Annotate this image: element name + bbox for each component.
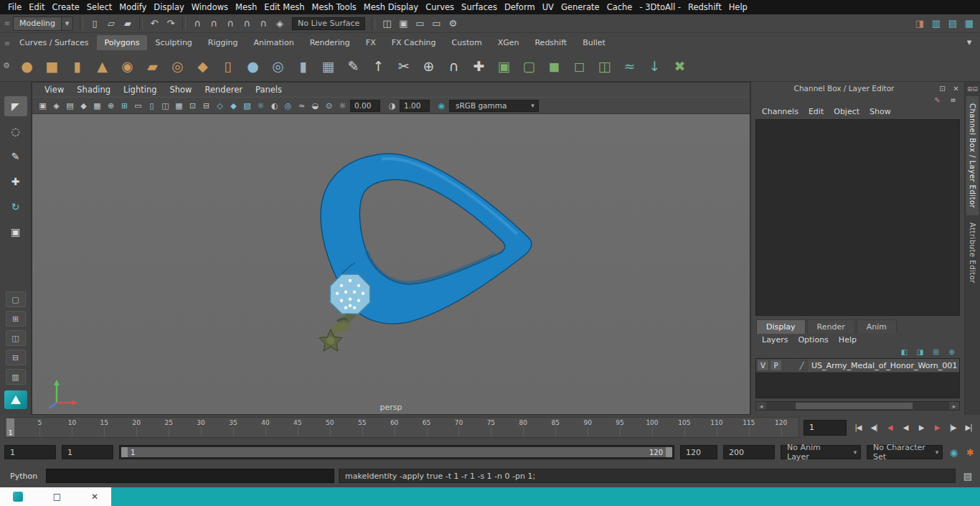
bridge-icon[interactable]: ∩ — [443, 55, 465, 77]
layer-editor-tab[interactable]: Render — [807, 319, 855, 334]
open-scene-icon[interactable]: ▱ — [103, 17, 119, 31]
layer-visibility-toggle[interactable]: V — [757, 360, 769, 371]
group-divider[interactable] — [372, 17, 375, 30]
step-forward-key-button[interactable]: ▶ — [930, 420, 944, 436]
poly-sphere-icon[interactable]: ● — [16, 55, 38, 77]
snap-to-points-icon[interactable]: ∩ — [222, 17, 238, 31]
menu-item[interactable]: Select — [83, 2, 116, 12]
command-line-language-toggle[interactable]: Python — [4, 472, 42, 481]
motion-blur-icon[interactable]: ≈ — [296, 99, 308, 112]
menu-item[interactable]: Modify — [116, 2, 150, 12]
shelf-tab[interactable]: XGen — [490, 35, 527, 50]
play-forwards-button[interactable]: ▶ — [914, 420, 928, 436]
ambient-occlusion-icon[interactable]: ◎ — [282, 99, 294, 112]
poly-platonic-icon[interactable]: ◆ — [192, 55, 214, 77]
menu-item[interactable]: Create — [49, 2, 83, 12]
sidebar-tab[interactable]: Attribute Editor — [966, 215, 979, 291]
channel-box-menu-item[interactable]: Channels — [757, 107, 804, 116]
textured-icon[interactable]: ▧ — [241, 99, 253, 112]
boolean-union-icon[interactable]: ◼ — [543, 55, 565, 77]
smooth-shade-icon[interactable]: ◆ — [227, 99, 240, 112]
time-slider[interactable]: 1 51015202530354045505560657075808590951… — [4, 417, 799, 438]
menu-item[interactable]: Cache — [603, 2, 636, 12]
shelf-tab[interactable]: FX — [358, 35, 384, 50]
go-to-start-button[interactable]: |◀ — [851, 420, 865, 436]
layer-move-down-icon[interactable]: ◨ — [915, 347, 925, 357]
menu-item[interactable]: - 3DtoAll - — [636, 2, 684, 12]
scrollbar-track[interactable] — [766, 402, 949, 410]
channel-box-menu-item[interactable]: Edit — [804, 107, 829, 116]
layer-name[interactable]: US_Army_Medal_of_Honor_Worn_001 — [809, 361, 957, 370]
viewport-canvas[interactable]: persp — [32, 114, 750, 414]
dock-list-icon[interactable]: ⊟ — [973, 85, 979, 93]
maximize-icon[interactable]: □ — [53, 492, 61, 502]
menu-item[interactable]: UV — [539, 2, 557, 12]
close-icon[interactable]: ✕ — [91, 492, 98, 502]
layer-editor-tab[interactable]: Anim — [857, 319, 897, 334]
group-divider[interactable] — [139, 17, 143, 30]
paint-attr-icon[interactable]: ✎ — [932, 95, 943, 105]
step-back-frame-button[interactable]: ◀| — [867, 420, 881, 436]
playback-start-field[interactable]: 1 — [62, 445, 113, 459]
shelf-tab[interactable]: Curves / Surfaces — [11, 35, 97, 50]
command-input[interactable] — [46, 469, 334, 483]
live-surface-field[interactable]: No Live Surface — [292, 17, 365, 30]
float-panel-icon[interactable]: ⊡ — [937, 83, 948, 93]
film-gate-icon[interactable]: ▭ — [132, 99, 144, 112]
anim-layer-select[interactable]: No Anim Layer ▾ — [781, 445, 861, 459]
statusline-grip-icon[interactable]: ≡ — [3, 19, 11, 27]
range-slider[interactable]: 1 120 — [119, 445, 674, 459]
quad-draw-icon[interactable]: ▦ — [317, 55, 339, 77]
shelf-tab[interactable]: Rendering — [302, 35, 358, 50]
range-bar[interactable] — [121, 447, 672, 457]
new-scene-icon[interactable]: ▯ — [87, 17, 103, 31]
sculpt-tool-icon[interactable]: ● — [242, 55, 264, 77]
wireframe-icon[interactable]: ◇ — [214, 99, 226, 112]
menu-item[interactable]: File — [4, 2, 25, 12]
script-editor-icon[interactable]: ▤ — [960, 469, 976, 483]
menu-item[interactable]: Help — [725, 2, 751, 12]
smooth-mesh-icon[interactable]: ◎ — [267, 55, 289, 77]
new-layer-from-selected-icon[interactable]: ⊕ — [946, 347, 957, 357]
save-scene-icon[interactable]: ▰ — [120, 17, 136, 31]
character-set-select[interactable]: No Character Set ▾ — [867, 445, 943, 459]
persp-outliner-layout-icon[interactable]: ◫ — [6, 330, 26, 346]
scroll-left-icon[interactable]: ◂ — [756, 402, 766, 410]
modeling-toolkit-icon[interactable]: ▥ — [928, 17, 944, 31]
shelf-tab[interactable]: Animation — [246, 35, 302, 50]
menu-item[interactable]: Generate — [557, 2, 603, 12]
snap-to-curves-icon[interactable]: ∩ — [206, 17, 222, 31]
menu-item[interactable]: Curves — [422, 2, 458, 12]
make-live-icon[interactable]: ◈ — [272, 17, 288, 31]
menu-item[interactable]: Surfaces — [458, 2, 501, 12]
exposure-field[interactable]: 0.00 — [350, 100, 380, 112]
auto-keyframe-icon[interactable]: ✱ — [965, 447, 976, 457]
view-transform-select[interactable]: sRGB gamma ▾ — [449, 100, 539, 112]
group-divider[interactable] — [182, 17, 186, 30]
target-weld-icon[interactable]: ⊕ — [418, 55, 440, 77]
field-chart-icon[interactable]: ▦ — [173, 99, 185, 112]
menu-set-selector[interactable]: Modeling ▾ — [13, 17, 73, 31]
panel-menu-item[interactable]: Panels — [249, 85, 288, 95]
rotate-tool[interactable]: ↻ — [4, 197, 27, 217]
menu-item[interactable]: Mesh — [232, 2, 260, 12]
subdiv-proxy-icon[interactable]: ▮ — [292, 55, 314, 77]
go-to-end-button[interactable]: ▶| — [961, 420, 976, 436]
poly-pipe-icon[interactable]: ▯ — [217, 55, 239, 77]
shelf-tab[interactable]: Polygons — [97, 35, 148, 50]
menu-item[interactable]: Mesh Display — [360, 2, 422, 12]
poly-torus-icon[interactable]: ◉ — [116, 55, 138, 77]
safe-action-icon[interactable]: ⊡ — [187, 99, 199, 112]
close-panel-icon[interactable]: ✕ — [951, 83, 961, 93]
shelf-grip-icon[interactable]: ≡ — [3, 39, 11, 47]
poly-cylinder-icon[interactable]: ▮ — [66, 55, 88, 77]
use-lights-icon[interactable]: ☼ — [255, 99, 267, 112]
exposure-icon[interactable]: ☼ — [336, 99, 349, 112]
animation-start-field[interactable]: 1 — [4, 445, 56, 459]
layer-menu-item[interactable]: Layers — [757, 335, 793, 345]
poly-cube-icon[interactable]: ■ — [41, 55, 63, 77]
symmetry-icon[interactable]: ◫ — [379, 17, 395, 31]
gamma-icon[interactable]: ◑ — [386, 99, 398, 112]
smooth-icon[interactable]: ≈ — [618, 55, 641, 77]
menu-item[interactable]: Windows — [188, 2, 232, 12]
